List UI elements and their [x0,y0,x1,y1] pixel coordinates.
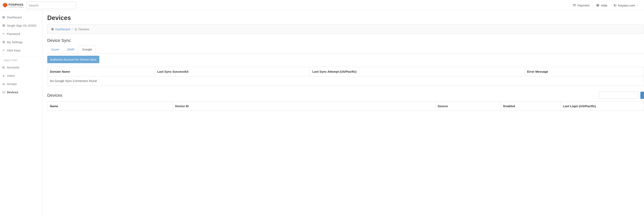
site-label: foxpass.com [618,4,635,7]
laptop-icon [2,91,5,94]
gauge-icon [2,16,5,19]
sidebar-label: Dashboard [7,16,22,19]
authorize-button[interactable]: Authorize Account for Device Sync [47,56,99,63]
devices-table: Name Device ID Source Enabled Last Login… [47,101,644,111]
devices-list-title: Devices [47,93,62,98]
sitemap-icon [74,28,77,31]
sidebar-label: Groups [7,82,17,86]
device-sync-title: Device Sync [47,38,644,43]
building-icon [2,66,5,69]
col-source: Source [435,102,501,111]
logo[interactable]: FOXPASS a splashtop company [3,3,24,8]
breadcrumb-separator: / [72,28,72,31]
col-last-sync-success: Last Sync Successful [155,67,310,76]
building-icon [614,4,616,7]
col-name: Name [48,102,173,111]
sync-table: Domain Name Last Sync Successful Last Sy… [47,67,644,86]
sidebar-label: My Settings [7,40,22,44]
sidebar-label: Users [7,74,15,77]
table-row: No Google Sync Connectors found [48,76,644,86]
sidebar-item-users[interactable]: Users [0,72,42,80]
col-last-login: Last Login (US/Pacific) [560,102,644,111]
tab-azure[interactable]: Azure [47,46,63,53]
main-content: Devices Dashboard / Devices Device Sync … [42,11,644,216]
topbar: FOXPASS a splashtop company Payment Help… [0,0,644,11]
tab-google[interactable]: Google [78,46,96,53]
sidebar-item-devices[interactable]: Devices [0,88,42,96]
sidebar: Dashboard Single Sign On (SSO) Password … [0,11,42,216]
payment-link[interactable]: Payment [570,2,593,9]
users-icon [2,82,5,86]
topbar-right: Payment Help foxpass.com [570,2,642,9]
col-domain-name: Domain Name [48,67,155,76]
logo-main: FOXPASS [8,3,24,6]
devices-search-input[interactable] [599,92,639,99]
search-input[interactable] [27,2,76,9]
help-icon [596,4,600,7]
logo-sub: a splashtop company [8,6,24,8]
sync-tabs: Azure JAMF Google [47,45,644,53]
sidebar-label: Single Sign On (SSO) [7,24,36,27]
logo-shield-icon [3,3,7,8]
gears-icon [2,40,5,44]
sidebar-item-groups[interactable]: Groups [0,80,42,88]
sidebar-item-dashboard[interactable]: Dashboard [0,13,42,22]
sidebar-label: Accounts [7,66,20,69]
col-enabled: Enabled [501,102,560,111]
logo-text: FOXPASS a splashtop company [8,3,24,8]
help-label: Help [601,4,607,7]
sidebar-label: SSH Keys [7,49,20,52]
sidebar-section-directory: DIRECTORY [2,56,40,63]
user-icon [2,74,5,77]
sidebar-item-settings[interactable]: My Settings [0,38,42,46]
key-icon [2,49,5,52]
sidebar-label: Devices [7,90,18,94]
id-card-icon [2,24,5,27]
sidebar-item-sso[interactable]: Single Sign On (SSO) [0,22,42,30]
payment-label: Payment [578,4,590,7]
col-device-id: Device ID [172,102,435,111]
devices-action-button[interactable] [640,92,644,99]
help-link[interactable]: Help [593,2,610,9]
breadcrumb-home-link[interactable]: Dashboard [55,28,70,31]
page-title: Devices [47,14,644,22]
payment-icon [573,4,576,7]
col-last-sync-attempt: Last Sync Attempt (US/Pacific) [310,67,525,76]
key-icon [2,32,5,35]
sidebar-item-accounts[interactable]: Accounts [0,63,42,72]
sidebar-item-password[interactable]: Password [0,30,42,38]
sidebar-item-sshkeys[interactable]: SSH Keys [0,46,42,54]
sidebar-label: Password [7,32,20,36]
breadcrumb: Dashboard / Devices [47,24,644,34]
gauge-icon [51,28,54,31]
col-error-message: Error Message [524,67,644,76]
chevron-right-icon [636,4,639,6]
empty-message: No Google Sync Connectors found [48,76,644,86]
breadcrumb-current: Devices [78,28,89,31]
site-link[interactable]: foxpass.com [610,2,642,9]
tab-jamf[interactable]: JAMF [63,46,78,53]
